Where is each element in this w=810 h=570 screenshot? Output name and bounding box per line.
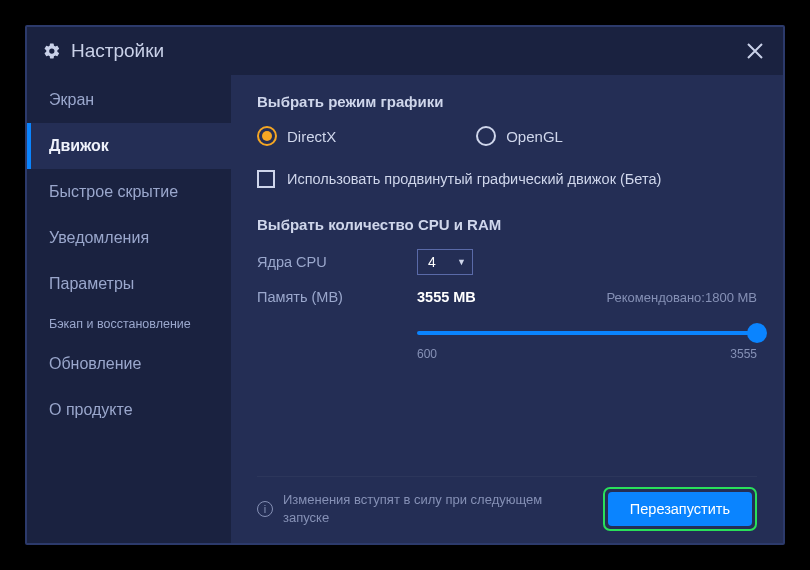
advanced-engine-checkbox[interactable]: Использовать продвинутый графический дви… <box>257 170 757 188</box>
memory-recommended: Рекомендовано:1800 MB <box>606 290 757 305</box>
sidebar-item-label: Уведомления <box>49 229 149 246</box>
sidebar-item-label: Параметры <box>49 275 134 292</box>
radio-directx[interactable]: DirectX <box>257 126 336 146</box>
slider-max-label: 3555 <box>730 347 757 361</box>
window-title: Настройки <box>71 40 164 62</box>
radio-opengl[interactable]: OpenGL <box>476 126 563 146</box>
memory-slider[interactable]: 600 3555 <box>417 331 757 361</box>
cpu-cores-row: Ядра CPU 4 ▼ <box>257 249 757 275</box>
radio-label: DirectX <box>287 128 336 145</box>
sidebar-item-label: Бэкап и восстановление <box>49 317 191 331</box>
cpu-ram-title: Выбрать количество CPU и RAM <box>257 216 757 233</box>
graphics-mode-title: Выбрать режим графики <box>257 93 757 110</box>
window-body: Экран Движок Быстрое скрытие Уведомления… <box>27 75 783 543</box>
sidebar-item-label: Обновление <box>49 355 141 372</box>
slider-range-labels: 600 3555 <box>417 347 757 361</box>
gear-icon <box>43 42 61 60</box>
titlebar: Настройки <box>27 27 783 75</box>
slider-track <box>417 331 757 335</box>
sidebar-item-update[interactable]: Обновление <box>27 341 231 387</box>
sidebar-item-about[interactable]: О продукте <box>27 387 231 433</box>
info-icon: i <box>257 501 273 517</box>
close-button[interactable] <box>743 39 767 63</box>
close-icon <box>746 42 764 60</box>
footer: i Изменения вступят в силу при следующем… <box>257 476 757 531</box>
radio-icon <box>257 126 277 146</box>
sidebar-item-label: Движок <box>49 137 109 154</box>
sidebar-item-engine[interactable]: Движок <box>27 123 231 169</box>
sidebar-item-screen[interactable]: Экран <box>27 77 231 123</box>
cpu-cores-label: Ядра CPU <box>257 254 417 270</box>
slider-min-label: 600 <box>417 347 437 361</box>
memory-row: Память (MB) 3555 MB Рекомендовано:1800 M… <box>257 289 757 305</box>
sidebar-item-label: Быстрое скрытие <box>49 183 178 200</box>
sidebar-item-parameters[interactable]: Параметры <box>27 261 231 307</box>
graphics-mode-radio-group: DirectX OpenGL <box>257 126 757 146</box>
caret-down-icon: ▼ <box>457 257 466 267</box>
sidebar: Экран Движок Быстрое скрытие Уведомления… <box>27 75 231 543</box>
sidebar-item-notifications[interactable]: Уведомления <box>27 215 231 261</box>
cpu-cores-select[interactable]: 4 ▼ <box>417 249 473 275</box>
radio-icon <box>476 126 496 146</box>
restart-button[interactable]: Перезапустить <box>608 492 752 526</box>
settings-window: Настройки Экран Движок Быстрое скрытие У… <box>25 25 785 545</box>
sidebar-item-label: Экран <box>49 91 94 108</box>
memory-label: Память (MB) <box>257 289 417 305</box>
select-value: 4 <box>428 254 436 270</box>
sidebar-item-quickhide[interactable]: Быстрое скрытие <box>27 169 231 215</box>
radio-label: OpenGL <box>506 128 563 145</box>
checkbox-icon <box>257 170 275 188</box>
slider-thumb[interactable] <box>747 323 767 343</box>
content-panel: Выбрать режим графики DirectX OpenGL Исп… <box>231 75 783 543</box>
restart-button-highlight: Перезапустить <box>603 487 757 531</box>
sidebar-item-label: О продукте <box>49 401 133 418</box>
checkbox-label: Использовать продвинутый графический дви… <box>287 171 661 187</box>
info-text: Изменения вступят в силу при следующем з… <box>283 491 563 526</box>
sidebar-item-backup[interactable]: Бэкап и восстановление <box>27 307 231 341</box>
memory-value: 3555 MB <box>417 289 476 305</box>
